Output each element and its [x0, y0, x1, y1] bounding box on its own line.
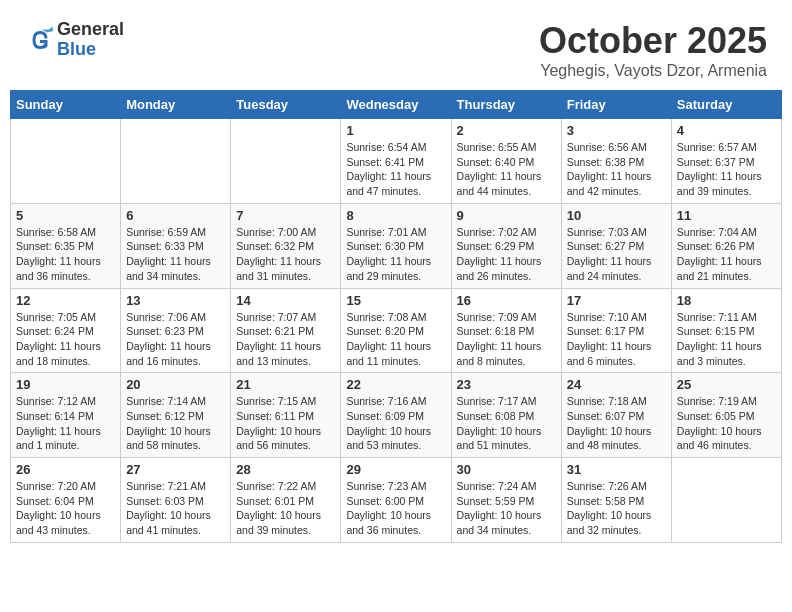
day-number: 30	[457, 462, 556, 477]
title-area: October 2025 Yeghegis, Vayots Dzor, Arme…	[539, 20, 767, 80]
day-info: Sunrise: 7:18 AM Sunset: 6:07 PM Dayligh…	[567, 394, 666, 453]
calendar-cell: 3Sunrise: 6:56 AM Sunset: 6:38 PM Daylig…	[561, 119, 671, 204]
calendar-cell: 14Sunrise: 7:07 AM Sunset: 6:21 PM Dayli…	[231, 288, 341, 373]
day-info: Sunrise: 7:01 AM Sunset: 6:30 PM Dayligh…	[346, 225, 445, 284]
day-info: Sunrise: 7:15 AM Sunset: 6:11 PM Dayligh…	[236, 394, 335, 453]
day-number: 22	[346, 377, 445, 392]
day-number: 26	[16, 462, 115, 477]
day-number: 16	[457, 293, 556, 308]
day-number: 23	[457, 377, 556, 392]
day-info: Sunrise: 7:09 AM Sunset: 6:18 PM Dayligh…	[457, 310, 556, 369]
day-number: 27	[126, 462, 225, 477]
calendar-cell: 29Sunrise: 7:23 AM Sunset: 6:00 PM Dayli…	[341, 458, 451, 543]
logo-blue: Blue	[57, 40, 124, 60]
calendar-cell	[671, 458, 781, 543]
day-info: Sunrise: 6:55 AM Sunset: 6:40 PM Dayligh…	[457, 140, 556, 199]
day-of-week-header: Monday	[121, 91, 231, 119]
logo-icon	[25, 25, 55, 55]
calendar-cell: 12Sunrise: 7:05 AM Sunset: 6:24 PM Dayli…	[11, 288, 121, 373]
calendar-cell: 19Sunrise: 7:12 AM Sunset: 6:14 PM Dayli…	[11, 373, 121, 458]
calendar-week-row: 19Sunrise: 7:12 AM Sunset: 6:14 PM Dayli…	[11, 373, 782, 458]
day-number: 11	[677, 208, 776, 223]
day-number: 18	[677, 293, 776, 308]
day-info: Sunrise: 7:20 AM Sunset: 6:04 PM Dayligh…	[16, 479, 115, 538]
day-info: Sunrise: 6:54 AM Sunset: 6:41 PM Dayligh…	[346, 140, 445, 199]
calendar-table: SundayMondayTuesdayWednesdayThursdayFrid…	[10, 90, 782, 543]
day-info: Sunrise: 7:02 AM Sunset: 6:29 PM Dayligh…	[457, 225, 556, 284]
day-info: Sunrise: 7:17 AM Sunset: 6:08 PM Dayligh…	[457, 394, 556, 453]
location-subtitle: Yeghegis, Vayots Dzor, Armenia	[539, 62, 767, 80]
day-info: Sunrise: 7:12 AM Sunset: 6:14 PM Dayligh…	[16, 394, 115, 453]
calendar-cell: 24Sunrise: 7:18 AM Sunset: 6:07 PM Dayli…	[561, 373, 671, 458]
day-info: Sunrise: 7:11 AM Sunset: 6:15 PM Dayligh…	[677, 310, 776, 369]
day-info: Sunrise: 7:24 AM Sunset: 5:59 PM Dayligh…	[457, 479, 556, 538]
calendar-cell: 25Sunrise: 7:19 AM Sunset: 6:05 PM Dayli…	[671, 373, 781, 458]
calendar-cell: 23Sunrise: 7:17 AM Sunset: 6:08 PM Dayli…	[451, 373, 561, 458]
page-header: General Blue October 2025 Yeghegis, Vayo…	[10, 10, 782, 85]
calendar-cell: 9Sunrise: 7:02 AM Sunset: 6:29 PM Daylig…	[451, 203, 561, 288]
day-info: Sunrise: 7:16 AM Sunset: 6:09 PM Dayligh…	[346, 394, 445, 453]
calendar-week-row: 26Sunrise: 7:20 AM Sunset: 6:04 PM Dayli…	[11, 458, 782, 543]
day-info: Sunrise: 6:57 AM Sunset: 6:37 PM Dayligh…	[677, 140, 776, 199]
day-number: 28	[236, 462, 335, 477]
day-info: Sunrise: 7:23 AM Sunset: 6:00 PM Dayligh…	[346, 479, 445, 538]
day-number: 14	[236, 293, 335, 308]
calendar-cell: 15Sunrise: 7:08 AM Sunset: 6:20 PM Dayli…	[341, 288, 451, 373]
day-number: 21	[236, 377, 335, 392]
day-number: 1	[346, 123, 445, 138]
month-title: October 2025	[539, 20, 767, 62]
day-info: Sunrise: 7:21 AM Sunset: 6:03 PM Dayligh…	[126, 479, 225, 538]
day-of-week-header: Sunday	[11, 91, 121, 119]
day-number: 7	[236, 208, 335, 223]
calendar-cell: 11Sunrise: 7:04 AM Sunset: 6:26 PM Dayli…	[671, 203, 781, 288]
day-number: 31	[567, 462, 666, 477]
calendar-cell	[121, 119, 231, 204]
day-number: 15	[346, 293, 445, 308]
calendar-cell: 26Sunrise: 7:20 AM Sunset: 6:04 PM Dayli…	[11, 458, 121, 543]
day-of-week-header: Saturday	[671, 91, 781, 119]
day-number: 25	[677, 377, 776, 392]
day-info: Sunrise: 7:22 AM Sunset: 6:01 PM Dayligh…	[236, 479, 335, 538]
day-info: Sunrise: 7:00 AM Sunset: 6:32 PM Dayligh…	[236, 225, 335, 284]
day-info: Sunrise: 7:04 AM Sunset: 6:26 PM Dayligh…	[677, 225, 776, 284]
calendar-cell: 5Sunrise: 6:58 AM Sunset: 6:35 PM Daylig…	[11, 203, 121, 288]
calendar-header-row: SundayMondayTuesdayWednesdayThursdayFrid…	[11, 91, 782, 119]
day-info: Sunrise: 6:56 AM Sunset: 6:38 PM Dayligh…	[567, 140, 666, 199]
calendar-cell: 21Sunrise: 7:15 AM Sunset: 6:11 PM Dayli…	[231, 373, 341, 458]
day-number: 8	[346, 208, 445, 223]
logo-general: General	[57, 20, 124, 40]
day-number: 3	[567, 123, 666, 138]
day-of-week-header: Thursday	[451, 91, 561, 119]
calendar-cell: 6Sunrise: 6:59 AM Sunset: 6:33 PM Daylig…	[121, 203, 231, 288]
calendar-cell	[11, 119, 121, 204]
day-number: 19	[16, 377, 115, 392]
day-number: 12	[16, 293, 115, 308]
day-info: Sunrise: 7:05 AM Sunset: 6:24 PM Dayligh…	[16, 310, 115, 369]
calendar-week-row: 5Sunrise: 6:58 AM Sunset: 6:35 PM Daylig…	[11, 203, 782, 288]
calendar-cell: 7Sunrise: 7:00 AM Sunset: 6:32 PM Daylig…	[231, 203, 341, 288]
day-info: Sunrise: 7:08 AM Sunset: 6:20 PM Dayligh…	[346, 310, 445, 369]
calendar-cell: 30Sunrise: 7:24 AM Sunset: 5:59 PM Dayli…	[451, 458, 561, 543]
day-info: Sunrise: 7:14 AM Sunset: 6:12 PM Dayligh…	[126, 394, 225, 453]
calendar-cell	[231, 119, 341, 204]
calendar-cell: 16Sunrise: 7:09 AM Sunset: 6:18 PM Dayli…	[451, 288, 561, 373]
calendar-cell: 13Sunrise: 7:06 AM Sunset: 6:23 PM Dayli…	[121, 288, 231, 373]
calendar-cell: 18Sunrise: 7:11 AM Sunset: 6:15 PM Dayli…	[671, 288, 781, 373]
day-number: 24	[567, 377, 666, 392]
day-number: 2	[457, 123, 556, 138]
calendar-cell: 22Sunrise: 7:16 AM Sunset: 6:09 PM Dayli…	[341, 373, 451, 458]
day-of-week-header: Wednesday	[341, 91, 451, 119]
day-number: 5	[16, 208, 115, 223]
logo-text: General Blue	[57, 20, 124, 60]
calendar-cell: 20Sunrise: 7:14 AM Sunset: 6:12 PM Dayli…	[121, 373, 231, 458]
calendar-cell: 28Sunrise: 7:22 AM Sunset: 6:01 PM Dayli…	[231, 458, 341, 543]
day-of-week-header: Tuesday	[231, 91, 341, 119]
calendar-week-row: 12Sunrise: 7:05 AM Sunset: 6:24 PM Dayli…	[11, 288, 782, 373]
day-info: Sunrise: 6:59 AM Sunset: 6:33 PM Dayligh…	[126, 225, 225, 284]
calendar-cell: 27Sunrise: 7:21 AM Sunset: 6:03 PM Dayli…	[121, 458, 231, 543]
calendar-cell: 2Sunrise: 6:55 AM Sunset: 6:40 PM Daylig…	[451, 119, 561, 204]
day-number: 10	[567, 208, 666, 223]
calendar-cell: 8Sunrise: 7:01 AM Sunset: 6:30 PM Daylig…	[341, 203, 451, 288]
day-number: 9	[457, 208, 556, 223]
day-number: 13	[126, 293, 225, 308]
